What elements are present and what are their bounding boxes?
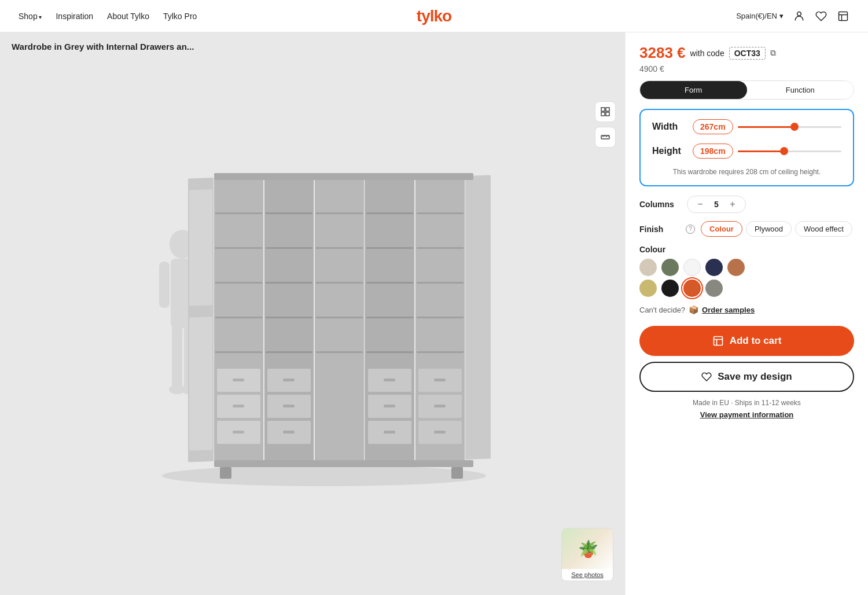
ruler-button[interactable]	[595, 127, 616, 148]
svg-rect-75	[451, 467, 463, 479]
main-nav: Shop Inspiration About Tylko Tylko Pro	[19, 12, 197, 21]
height-row: Height 198cm	[652, 144, 841, 159]
finish-colour-tab[interactable]: Colour	[701, 221, 742, 237]
svg-rect-52	[366, 351, 413, 353]
svg-rect-20	[233, 379, 244, 381]
product-config-panel: 3283 € with code OCT33 ⧉ 4900 € Form Fun…	[625, 32, 868, 595]
svg-rect-74	[220, 467, 231, 479]
svg-rect-35	[283, 379, 295, 381]
locale-selector[interactable]: Spain(€)/EN ▾	[736, 12, 784, 20]
svg-rect-68	[434, 379, 446, 381]
swatches-row-1	[639, 259, 854, 276]
svg-rect-38	[315, 178, 364, 461]
user-icon[interactable]	[793, 10, 806, 23]
finish-woodeffect-tab[interactable]: Wood effect	[795, 221, 852, 237]
colour-section: Colour	[639, 245, 854, 297]
finish-help-icon[interactable]: ?	[686, 225, 695, 234]
height-thumb[interactable]	[780, 147, 788, 155]
nav-pro[interactable]: Tylko Pro	[163, 12, 197, 21]
svg-rect-60	[417, 212, 464, 214]
product-image-area	[0, 61, 625, 595]
width-label: Width	[652, 122, 693, 132]
width-track	[738, 126, 841, 128]
locale-chevron-icon: ▾	[779, 12, 784, 20]
locale-label: Spain(€)/EN	[736, 12, 777, 20]
finish-plywood-tab[interactable]: Plywood	[746, 221, 792, 237]
svg-rect-56	[384, 379, 395, 381]
svg-rect-12	[215, 212, 262, 214]
svg-rect-21	[233, 405, 244, 407]
columns-control: − 5 +	[687, 196, 746, 213]
svg-rect-69	[434, 405, 446, 407]
svg-rect-40	[316, 247, 363, 249]
swatch-grey[interactable]	[705, 280, 723, 297]
width-value: 267cm	[693, 119, 733, 134]
width-thumb[interactable]	[790, 123, 799, 131]
nav-inspiration[interactable]: Inspiration	[56, 12, 93, 21]
swatch-black[interactable]	[661, 280, 679, 297]
height-slider-track-wrapper[interactable]	[738, 150, 841, 152]
tab-function[interactable]: Function	[747, 81, 854, 99]
svg-rect-1	[839, 12, 848, 20]
swatches-row-2	[639, 280, 854, 297]
svg-rect-11	[214, 178, 263, 461]
svg-rect-76	[601, 108, 605, 111]
svg-rect-16	[215, 351, 262, 353]
swatch-orange-selected[interactable]	[683, 280, 701, 297]
svg-rect-48	[366, 212, 413, 214]
columns-value: 5	[712, 200, 721, 209]
see-photos-thumbnail[interactable]: 🪴 See photos	[561, 528, 613, 581]
swatch-navy[interactable]	[705, 259, 723, 276]
price-main: 3283 € with code OCT33 ⧉	[639, 44, 854, 62]
svg-rect-7	[172, 325, 182, 389]
cart-icon[interactable]	[837, 10, 849, 23]
tab-form[interactable]: Form	[640, 81, 747, 99]
heart-button-icon	[701, 372, 712, 382]
svg-rect-51	[366, 317, 413, 318]
wardrobe-illustration	[127, 160, 498, 496]
thumbnail-image: 🪴	[562, 528, 613, 569]
colour-label: Colour	[639, 245, 854, 254]
add-to-cart-button[interactable]: Add to cart	[639, 326, 854, 356]
discounted-price: 3283 €	[639, 44, 686, 62]
svg-rect-58	[384, 431, 395, 434]
svg-point-2	[162, 465, 486, 486]
dimensions-box: Width 267cm Height 198cm	[639, 109, 854, 186]
svg-rect-22	[233, 431, 244, 434]
price-code-label: with code	[690, 49, 724, 58]
form-function-tabs: Form Function	[639, 80, 854, 100]
swatch-terracotta[interactable]	[727, 259, 745, 276]
promo-code: OCT33	[729, 47, 766, 60]
svg-rect-24	[189, 189, 212, 306]
order-samples-link[interactable]: Order samples	[702, 306, 755, 314]
width-slider-track-wrapper[interactable]	[738, 126, 841, 128]
svg-rect-25	[189, 317, 212, 450]
swatch-white[interactable]	[683, 259, 701, 276]
wishlist-icon[interactable]	[815, 10, 827, 23]
svg-rect-62	[417, 282, 464, 284]
swatch-beige[interactable]	[639, 259, 657, 276]
columns-decrease-button[interactable]: −	[694, 199, 706, 210]
sample-box-icon: 📦	[689, 305, 698, 314]
swatch-gold[interactable]	[639, 280, 657, 297]
copy-icon[interactable]: ⧉	[770, 48, 776, 58]
header-icons	[793, 10, 849, 23]
svg-rect-28	[266, 247, 312, 249]
columns-increase-button[interactable]: +	[727, 199, 738, 210]
svg-rect-64	[417, 351, 464, 353]
svg-rect-41	[316, 282, 363, 284]
svg-point-0	[797, 12, 801, 16]
price-section: 3283 € with code OCT33 ⧉ 4900 €	[639, 44, 854, 74]
save-design-button[interactable]: Save my design	[639, 362, 854, 392]
logo[interactable]: tylko	[417, 7, 451, 25]
swatch-green[interactable]	[661, 259, 679, 276]
grid-view-button[interactable]	[595, 101, 616, 122]
order-samples-row: Can't decide? 📦 Order samples	[639, 305, 854, 314]
nav-shop[interactable]: Shop	[19, 12, 42, 21]
svg-rect-42	[316, 317, 363, 318]
view-payment-link[interactable]: View payment information	[639, 410, 854, 419]
nav-about[interactable]: About Tylko	[107, 12, 149, 21]
svg-rect-27	[266, 212, 312, 214]
svg-rect-26	[264, 178, 314, 461]
svg-rect-29	[266, 282, 312, 284]
